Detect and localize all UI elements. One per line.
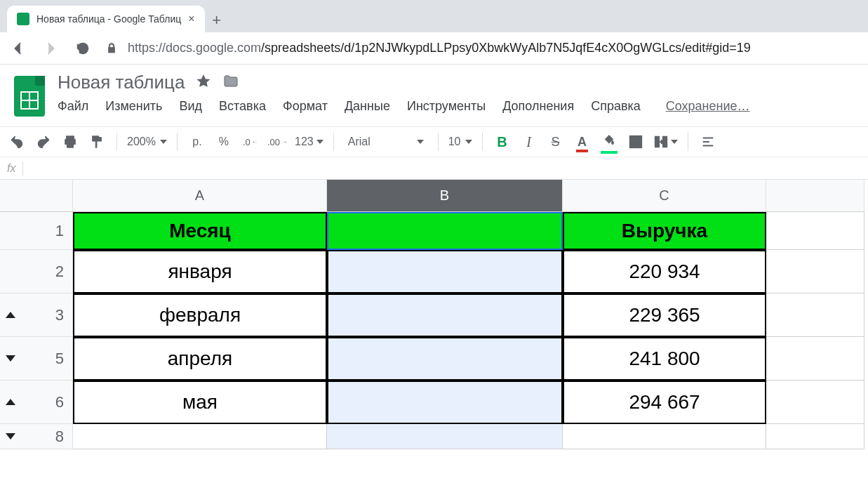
- chevron-down-icon: [316, 140, 323, 144]
- horizontal-align-button[interactable]: [698, 132, 718, 152]
- cell-d2[interactable]: [766, 250, 864, 293]
- merge-cells-button[interactable]: [653, 132, 678, 152]
- bold-button[interactable]: B: [493, 132, 512, 152]
- group-expand-up-icon[interactable]: [6, 312, 15, 318]
- menu-bar: Файл Изменить Вид Вставка Формат Данные …: [58, 99, 750, 114]
- reload-button[interactable]: [73, 39, 93, 58]
- sheets-logo-icon[interactable]: [11, 72, 48, 121]
- group-collapse-down-icon[interactable]: [6, 433, 15, 440]
- font-size-value: 10: [448, 136, 461, 148]
- row-header[interactable]: 8: [0, 424, 73, 449]
- lock-icon: [105, 42, 118, 55]
- cell-d5[interactable]: [766, 337, 864, 381]
- browser-tab-strip: Новая таблица - Google Таблиц × +: [0, 0, 868, 32]
- borders-button[interactable]: [626, 132, 646, 152]
- redo-button[interactable]: [34, 132, 53, 152]
- formula-bar[interactable]: fx: [0, 157, 868, 180]
- sheets-favicon-icon: [17, 13, 29, 25]
- cell-a2[interactable]: января: [73, 250, 327, 293]
- zoom-dropdown[interactable]: 200%: [127, 132, 167, 152]
- menu-file[interactable]: Файл: [58, 99, 88, 114]
- document-title[interactable]: Новая таблица: [58, 72, 185, 93]
- cell-c3[interactable]: 229 365: [563, 293, 766, 337]
- group-collapse-down-icon[interactable]: [6, 355, 15, 362]
- menu-data[interactable]: Данные: [345, 99, 390, 114]
- group-expand-up-icon[interactable]: [6, 399, 15, 405]
- tab-title: Новая таблица - Google Таблиц: [36, 13, 181, 25]
- cell-a1[interactable]: Месяц: [73, 212, 327, 250]
- cell-d1[interactable]: [766, 212, 864, 250]
- text-color-button[interactable]: A: [573, 132, 592, 152]
- back-button[interactable]: [8, 39, 28, 58]
- column-header-c[interactable]: C: [563, 180, 766, 212]
- cell-a6[interactable]: мая: [73, 381, 327, 424]
- spreadsheet-grid: 1 2 3 5 6 8 A B C Месяц Выручка января: [0, 180, 868, 449]
- cell-c6[interactable]: 294 667: [563, 381, 766, 424]
- column-header-a[interactable]: A: [73, 180, 327, 212]
- column-header-empty[interactable]: [766, 180, 864, 212]
- close-tab-icon[interactable]: ×: [188, 13, 194, 25]
- menu-format[interactable]: Формат: [283, 99, 328, 114]
- row-header[interactable]: 6: [0, 381, 73, 424]
- cell-b2[interactable]: [327, 250, 563, 293]
- undo-button[interactable]: [7, 132, 27, 152]
- format-percent-button[interactable]: %: [214, 132, 234, 152]
- cell-d3[interactable]: [766, 293, 864, 337]
- fx-label: fx: [7, 162, 15, 175]
- increase-decimal-button[interactable]: .00→: [267, 132, 288, 152]
- cell-a8[interactable]: [73, 424, 327, 449]
- browser-address-bar: https://docs.google.com/spreadsheets/d/1…: [0, 32, 868, 65]
- folder-icon[interactable]: [222, 73, 239, 93]
- more-formats-dropdown[interactable]: 123: [295, 132, 323, 152]
- format-currency-button[interactable]: р.: [187, 132, 207, 152]
- menu-tools[interactable]: Инструменты: [407, 99, 486, 114]
- new-tab-button[interactable]: +: [205, 8, 229, 32]
- cell-c5[interactable]: 241 800: [563, 337, 766, 381]
- menu-view[interactable]: Вид: [179, 99, 202, 114]
- cell-d6[interactable]: [766, 381, 864, 424]
- url-path: /spreadsheets/d/1p2NJWkypdLLPpsy0XbwkWyA…: [261, 41, 751, 55]
- paint-format-button[interactable]: [87, 132, 107, 152]
- browser-tab[interactable]: Новая таблица - Google Таблиц ×: [7, 6, 205, 32]
- star-icon[interactable]: [196, 74, 211, 92]
- row-header[interactable]: 2: [0, 250, 73, 293]
- cell-b8[interactable]: [327, 424, 563, 449]
- strikethrough-button[interactable]: S: [546, 132, 566, 152]
- chevron-down-icon: [465, 140, 472, 144]
- italic-button[interactable]: I: [519, 132, 539, 152]
- menu-edit[interactable]: Изменить: [105, 99, 162, 114]
- select-all-corner[interactable]: [0, 180, 73, 212]
- cell-d8[interactable]: [766, 424, 864, 449]
- cell-a5[interactable]: апреля: [73, 337, 327, 381]
- zoom-value: 200%: [127, 136, 156, 148]
- url-field[interactable]: https://docs.google.com/spreadsheets/d/1…: [105, 41, 860, 55]
- cell-b5[interactable]: [327, 337, 563, 381]
- cell-c1[interactable]: Выручка: [563, 212, 766, 250]
- font-name: Arial: [348, 136, 370, 148]
- cell-b6[interactable]: [327, 381, 563, 424]
- menu-help[interactable]: Справка: [591, 99, 641, 114]
- chevron-down-icon: [671, 140, 678, 144]
- fill-color-button[interactable]: [599, 132, 619, 152]
- font-size-dropdown[interactable]: 10: [448, 132, 472, 152]
- column-header-b[interactable]: B: [327, 180, 563, 212]
- row-header[interactable]: 3: [0, 293, 73, 337]
- menu-addons[interactable]: Дополнения: [502, 99, 574, 114]
- menu-insert[interactable]: Вставка: [219, 99, 266, 114]
- row-header[interactable]: 1: [0, 212, 73, 250]
- sheets-header: Новая таблица Файл Изменить Вид Вставка …: [0, 65, 868, 121]
- cell-b1[interactable]: [327, 212, 563, 250]
- print-button[interactable]: [60, 132, 80, 152]
- cell-c8[interactable]: [563, 424, 766, 449]
- toolbar: 200% р. % .0← .00→ 123 Arial 10 B I S A: [0, 126, 868, 157]
- url-host: https://docs.google.com: [128, 41, 261, 55]
- forward-button[interactable]: [41, 39, 60, 58]
- row-header[interactable]: 5: [0, 337, 73, 381]
- cell-b3[interactable]: [327, 293, 563, 337]
- font-family-dropdown[interactable]: Arial: [344, 132, 428, 152]
- cell-c2[interactable]: 220 934: [563, 250, 766, 293]
- chevron-down-icon: [417, 140, 424, 144]
- decrease-decimal-button[interactable]: .0←: [241, 132, 260, 152]
- saving-status: Сохранение…: [666, 99, 750, 114]
- cell-a3[interactable]: февраля: [73, 293, 327, 337]
